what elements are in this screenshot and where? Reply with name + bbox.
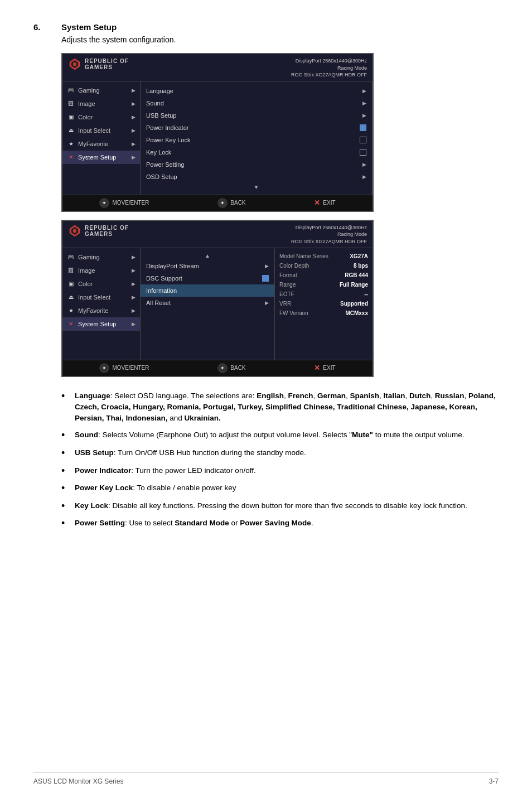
sidebar-color-1[interactable]: ▣Color ▶ [62,110,140,124]
menu-key-lock[interactable]: Key Lock [141,146,372,158]
bullet-dot-3: • [61,447,71,460]
back-btn-2[interactable]: ✦ BACK [217,363,245,373]
section-content: System Setup Adjusts the system configur… [61,22,499,535]
section-number: 6. [33,22,50,535]
section-description: Adjusts the system configuration. [61,35,499,44]
move-enter-btn-2[interactable]: ✦ MOVE/ENTER [99,363,149,373]
osd-main-1: Language ▶ Sound ▶ USB Setup ▶ Power I [141,81,373,195]
image-icon-2: 🖼 [67,267,75,274]
menu-usb-setup[interactable]: USB Setup ▶ [141,109,372,122]
menu-osd-setup[interactable]: OSD Setup ▶ [141,171,372,183]
menu-information[interactable]: Information [141,284,274,297]
arrow-gaming-2: ▶ [132,254,136,260]
exit-btn-2[interactable]: ✕ EXIT [314,364,335,372]
move-enter-btn-1[interactable]: ✦ MOVE/ENTER [99,198,149,208]
scroll-down-indicator-1: ▼ [141,183,372,191]
input-select-icon-2: ⏏ [67,293,75,301]
move-enter-icon-2: ✦ [99,363,109,373]
sidebar-gaming-1[interactable]: 🎮Gaming ▶ [62,84,140,97]
sidebar-myfavorite-1[interactable]: ★MyFavorite ▶ [62,137,140,151]
star-icon-2: ★ [67,307,75,315]
sidebar-input-select-1[interactable]: ⏏Input Select ▶ [62,124,140,137]
rog-brand-text-2: REPUBLIC OF GAMERS [85,225,129,237]
footer-left: ASUS LCD Monitor XG Series [33,777,123,785]
bullet-usb-setup: • USB Setup: Turn On/Off USB Hub functio… [61,447,499,460]
arrow-input-2: ▶ [132,294,136,300]
osd-footer-1: ✦ MOVE/ENTER ✦ BACK ✕ EXIT [62,195,373,211]
bullet-language-text: Language: Select OSD language. The selec… [75,390,499,424]
bullet-power-setting-text: Power Setting: Use to select Standard Mo… [75,518,499,529]
key-lock-checkbox[interactable] [360,149,366,156]
osd-header-2: REPUBLIC OF GAMERS DisplayPort 2560x1440… [62,221,373,248]
sidebar-color-2[interactable]: ▣Color ▶ [62,277,140,291]
x-icon-2: ✕ [67,320,75,328]
exit-x-icon-2: ✕ [314,364,320,372]
osd-sidebar-2: 🎮Gaming ▶ 🖼Image ▶ ▣Color ▶ ⏏Input S [62,248,141,360]
info-fw-version: FW Version MCMxxx [279,308,368,318]
menu-dsc-support[interactable]: DSC Support [141,272,274,284]
gaming-icon-1: 🎮 [67,86,75,94]
back-icon-1: ✦ [217,198,228,208]
rog-svg-icon-2 [68,224,81,238]
scroll-up-indicator-2: ▲ [141,252,274,260]
bullet-usb-text: USB Setup: Turn On/Off USB Hub function … [75,447,499,458]
bullet-sound: • Sound: Selects Volume (Earphone Out) t… [61,429,499,442]
sidebar-gaming-2[interactable]: 🎮Gaming ▶ [62,250,140,264]
power-key-lock-checkbox[interactable] [360,137,366,143]
page-footer: ASUS LCD Monitor XG Series 3-7 [33,772,499,785]
menu-language[interactable]: Language ▶ [141,85,372,97]
dsc-support-checkbox[interactable] [262,275,269,282]
osd-menu-1: REPUBLIC OF GAMERS DisplayPort 2560x1440… [61,53,374,212]
rog-logo-1: REPUBLIC OF GAMERS [68,57,129,71]
color-icon-1: ▣ [67,113,75,121]
menu-displayport-stream[interactable]: DisplayPort Stream ▶ [141,260,274,272]
exit-btn-1[interactable]: ✕ EXIT [314,199,335,207]
sidebar-image-1[interactable]: 🖼Image ▶ [62,97,140,110]
sidebar-input-select-2[interactable]: ⏏Input Select ▶ [62,291,140,304]
bullet-dot-7: • [61,518,71,530]
osd-status-2: DisplayPort 2560x1440@300Hz Racing Mode … [291,224,367,245]
osd-status-1: DisplayPort 2560x1440@300Hz Racing Mode … [291,57,367,79]
x-icon-1: ✕ [67,153,75,161]
bullet-power-indicator: • Power Indicator: Turn the power LED in… [61,465,499,477]
arrow-system-2: ▶ [132,321,136,327]
rog-svg-icon-1 [68,57,81,71]
osd-header-1: REPUBLIC OF GAMERS DisplayPort 2560x1440… [62,54,373,81]
section-header: 6. System Setup Adjusts the system confi… [33,22,499,535]
menu-power-key-lock[interactable]: Power Key Lock [141,134,372,146]
exit-x-icon-1: ✕ [314,199,320,207]
input-select-icon-1: ⏏ [67,127,75,134]
bullet-dot-5: • [61,482,71,495]
menu-power-setting[interactable]: Power Setting ▶ [141,158,372,171]
osd-main-2: ▲ DisplayPort Stream ▶ DSC Support Infor… [141,248,275,360]
section-title: System Setup [61,22,499,32]
back-icon-2: ✦ [217,363,228,373]
bullet-dot-4: • [61,465,71,477]
menu-power-indicator[interactable]: Power Indicator [141,122,372,134]
arrow-fav-2: ▶ [132,308,136,313]
bullet-dot-2: • [61,429,71,442]
info-eotf: EOTF -- [279,289,368,299]
menu-sound[interactable]: Sound ▶ [141,97,372,109]
osd-menu-2: REPUBLIC OF GAMERS DisplayPort 2560x1440… [61,220,374,377]
sidebar-myfavorite-2[interactable]: ★MyFavorite ▶ [62,304,140,317]
osd-container: REPUBLIC OF GAMERS DisplayPort 2560x1440… [61,53,499,377]
bullet-power-key-lock: • Power Key Lock: To disable / enable po… [61,482,499,495]
sidebar-image-2[interactable]: 🖼Image ▶ [62,264,140,277]
arrow-gaming-1: ▶ [132,88,136,93]
menu-all-reset[interactable]: All Reset ▶ [141,297,274,309]
back-btn-1[interactable]: ✦ BACK [217,198,245,208]
bullet-language: • Language: Select OSD language. The sel… [61,390,499,424]
osd-info-panel: Model Name Series XG27A Color Depth 8 bp… [275,248,373,360]
bullet-power-key-lock-text: Power Key Lock: To disable / enable powe… [75,482,499,494]
image-icon-1: 🖼 [67,100,75,108]
bullet-key-lock: • Key Lock: Disable all key functions. P… [61,500,499,513]
arrow-color-1: ▶ [132,114,136,120]
sidebar-system-setup-1[interactable]: ✕System Setup ▶ [62,151,140,164]
color-icon-2: ▣ [67,280,75,288]
bullet-dot-6: • [61,500,71,513]
info-color-depth: Color Depth 8 bps [279,261,368,270]
info-format: Format RGB 444 [279,270,368,280]
sidebar-system-setup-2[interactable]: ✕System Setup ▶ [62,317,140,331]
power-indicator-checkbox[interactable] [360,124,366,131]
